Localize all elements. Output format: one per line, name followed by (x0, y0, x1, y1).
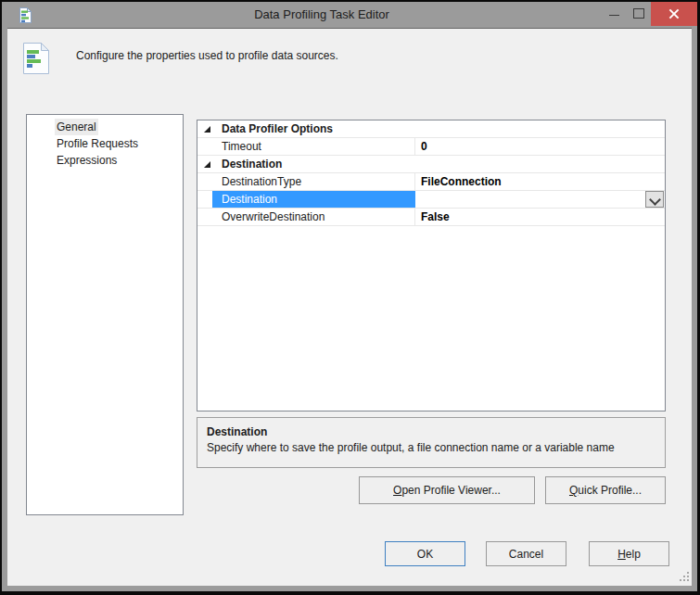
nav-item-general[interactable]: General (27, 119, 183, 135)
nav-item-profile-requests[interactable]: Profile Requests (27, 135, 183, 152)
pages-list: General Profile Requests Expressions (26, 114, 184, 515)
category-row-destination[interactable]: Destination (197, 156, 665, 173)
property-value[interactable]: FileConnection (415, 173, 665, 190)
property-value[interactable]: 0 (415, 138, 665, 155)
help-description: Specify where to save the profile output… (207, 440, 655, 456)
destination-dropdown-button[interactable] (645, 191, 664, 208)
window: Data Profiling Task Editor Configure the… (2, 2, 697, 591)
property-value[interactable]: False (415, 209, 665, 225)
property-value[interactable] (415, 191, 665, 208)
property-name[interactable]: DestinationType (212, 173, 415, 190)
data-profiling-icon (23, 43, 49, 74)
help-button[interactable]: Help (589, 541, 669, 566)
property-row-timeout[interactable]: Timeout 0 (197, 138, 665, 156)
dialog-description: Configure the properties used to profile… (76, 49, 338, 62)
cancel-button[interactable]: Cancel (486, 541, 566, 566)
property-name[interactable]: Destination (212, 191, 415, 208)
close-button[interactable] (651, 2, 697, 26)
property-row-destination[interactable]: Destination (197, 191, 665, 209)
property-name[interactable]: OverwriteDestination (212, 209, 415, 225)
open-profile-viewer-button[interactable]: Open Profile Viewer... (359, 476, 535, 504)
maximize-button[interactable] (627, 2, 651, 26)
help-title: Destination (207, 424, 655, 440)
category-collapse-icon[interactable] (204, 161, 210, 168)
property-name[interactable]: Timeout (212, 138, 415, 155)
quick-profile-button[interactable]: Quick Profile... (545, 476, 666, 504)
app-icon (19, 7, 32, 23)
minimize-button[interactable] (603, 2, 627, 26)
property-grid: Data Profiler Options Timeout 0 Destinat… (197, 120, 666, 411)
category-row-data-profiler-options[interactable]: Data Profiler Options (197, 120, 665, 138)
titlebar: Data Profiling Task Editor (2, 2, 697, 28)
category-collapse-icon[interactable] (204, 126, 210, 133)
resize-grip[interactable] (678, 572, 689, 583)
ok-button[interactable]: OK (385, 541, 465, 566)
window-controls (603, 2, 697, 26)
nav-item-expressions[interactable]: Expressions (27, 152, 183, 169)
dialog-body: Configure the properties used to profile… (7, 28, 692, 586)
property-row-destination-type[interactable]: DestinationType FileConnection (197, 173, 665, 191)
property-help-panel: Destination Specify where to save the pr… (197, 417, 666, 468)
window-title: Data Profiling Task Editor (57, 7, 586, 21)
property-row-overwrite-destination[interactable]: OverwriteDestination False (197, 209, 665, 226)
